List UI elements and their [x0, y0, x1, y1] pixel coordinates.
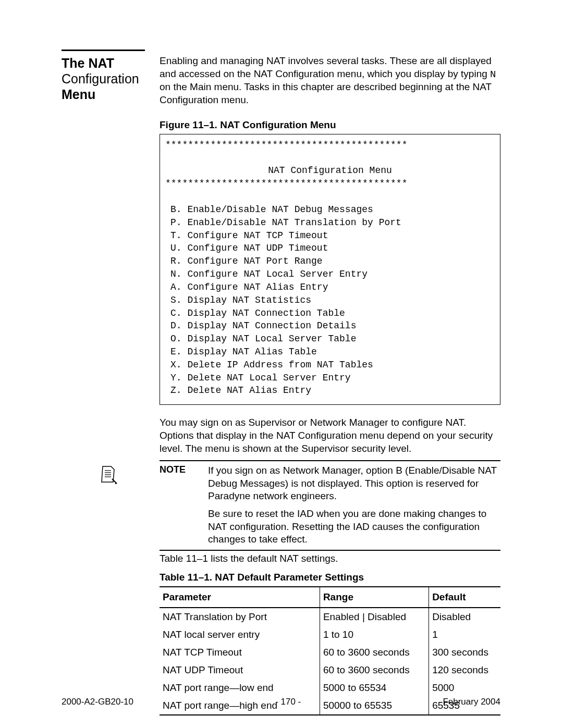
stars-bottom: ****************************************…: [165, 177, 495, 190]
menu-item: S. Display NAT Statistics: [170, 294, 495, 307]
menu-item: B. Enable/Disable NAT Debug Messages: [170, 203, 495, 216]
cell-default: 1: [429, 626, 500, 644]
title-line-2: Configuration: [62, 71, 139, 86]
cell-parameter: NAT port range—low end: [160, 679, 320, 697]
menu-title: NAT Configuration Menu: [165, 164, 495, 177]
table-header-row: Parameter Range Default: [160, 587, 500, 608]
cell-range: Enabled | Disabled: [320, 608, 429, 626]
table-row: NAT Translation by Port Enabled | Disabl…: [160, 608, 500, 626]
menu-item: N. Configure NAT Local Server Entry: [170, 268, 495, 281]
table-row: NAT local server entry 1 to 10 1: [160, 626, 500, 644]
title-line-3: Menu: [62, 87, 95, 102]
footer-doc-id: 2000-A2-GB20-10: [62, 697, 133, 707]
menu-item: Z. Delete NAT Alias Entry: [170, 384, 495, 397]
stars-top: ****************************************…: [165, 139, 495, 152]
content-row: The NAT Configuration Menu Enabling and …: [62, 50, 500, 715]
menu-item: A. Configure NAT Alias Entry: [170, 281, 495, 294]
cell-range: 1 to 10: [320, 626, 429, 644]
cell-default: 5000: [429, 679, 500, 697]
table-row: NAT UDP Timeout 60 to 3600 seconds 120 s…: [160, 661, 500, 679]
table-caption: Table 11–1. NAT Default Parameter Settin…: [160, 572, 500, 583]
cell-default: 120 seconds: [429, 661, 500, 679]
menu-item: U. Configure NAT UDP Timeout: [170, 242, 495, 255]
cell-default: 300 seconds: [429, 644, 500, 661]
cell-parameter: NAT local server entry: [160, 626, 320, 644]
cell-range: 60 to 3600 seconds: [320, 661, 429, 679]
cell-range: 60 to 3600 seconds: [320, 644, 429, 661]
table-intro: Table 11–1 lists the default NAT setting…: [160, 553, 500, 564]
menu-item: O. Display NAT Local Server Table: [170, 332, 495, 346]
document-page: The NAT Configuration Menu Enabling and …: [0, 0, 563, 715]
table-row: NAT TCP Timeout 60 to 3600 seconds 300 s…: [160, 644, 500, 661]
cell-parameter: NAT TCP Timeout: [160, 644, 320, 661]
cell-range: 5000 to 65534: [320, 679, 429, 697]
post-menu-paragraph: You may sign on as Supervisor or Network…: [160, 416, 500, 455]
footer-date: February 2004: [443, 697, 500, 707]
section-heading-sidebar: The NAT Configuration Menu: [62, 50, 145, 715]
intro-text-after: on the Main menu. Tasks in this chapter …: [160, 81, 492, 105]
menu-item: Y. Delete NAT Local Server Entry: [170, 372, 495, 385]
key-N: N: [490, 69, 496, 80]
title-line-1: The NAT: [62, 56, 114, 70]
section-title: The NAT Configuration Menu: [62, 55, 145, 102]
menu-item: X. Delete IP Address from NAT Tables: [170, 359, 495, 372]
intro-paragraph: Enabling and managing NAT involves sever…: [160, 55, 500, 107]
table-header-parameter: Parameter: [160, 587, 320, 608]
cell-parameter: NAT UDP Timeout: [160, 661, 320, 679]
note-block: NOTE If you sign on as Network Manager, …: [160, 460, 500, 551]
cell-parameter: NAT Translation by Port: [160, 608, 320, 626]
menu-item: P. Enable/Disable NAT Translation by Por…: [170, 216, 495, 229]
footer-page-number: - 170 -: [275, 697, 301, 707]
cell-default: Disabled: [429, 608, 500, 626]
document-icon: [100, 464, 117, 484]
menu-items: B. Enable/Disable NAT Debug MessagesP. E…: [165, 203, 495, 397]
table-header-default: Default: [429, 587, 500, 608]
figure-caption: Figure 11–1. NAT Configuration Menu: [160, 119, 500, 131]
menu-item: C. Display NAT Connection Table: [170, 307, 495, 320]
note-icon: [98, 464, 119, 486]
menu-item: T. Configure NAT TCP Timeout: [170, 229, 495, 242]
menu-item: R. Configure NAT Port Range: [170, 255, 495, 268]
note-label: NOTE: [160, 464, 199, 546]
table-row: NAT port range—low end 5000 to 65534 500…: [160, 679, 500, 697]
menu-item: E. Display NAT Alias Table: [170, 346, 495, 359]
note-paragraph-1: If you sign on as Network Manager, optio…: [208, 464, 500, 502]
main-content: Enabling and managing NAT involves sever…: [160, 50, 500, 715]
page-footer: 2000-A2-GB20-10 - 170 - February 2004: [62, 697, 500, 707]
menu-item: D. Display NAT Connection Details: [170, 319, 495, 332]
nat-config-menu-box: ****************************************…: [160, 134, 500, 405]
intro-text-before: Enabling and managing NAT involves sever…: [160, 55, 492, 79]
note-body: If you sign on as Network Manager, optio…: [208, 464, 500, 546]
table-header-range: Range: [320, 587, 429, 608]
note-paragraph-2: Be sure to reset the IAD when you are do…: [208, 508, 500, 546]
